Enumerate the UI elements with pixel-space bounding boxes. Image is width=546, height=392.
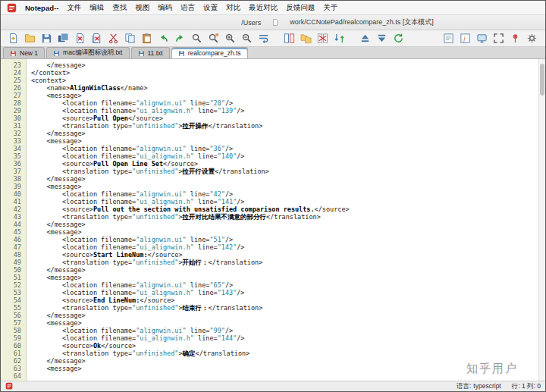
code-line: </message> xyxy=(31,130,545,137)
line-number: 39 xyxy=(1,183,21,190)
scrollbar-thumb[interactable] xyxy=(540,64,544,96)
code-line: <message> xyxy=(31,228,545,236)
clear-compare-button[interactable] xyxy=(315,32,330,45)
vertical-scrollbar[interactable] xyxy=(538,59,545,381)
new-file-button[interactable] xyxy=(5,32,20,45)
app-logo-icon[interactable] xyxy=(7,3,17,13)
open-folder-icon xyxy=(24,33,36,44)
menu-item-about[interactable]: 关于 xyxy=(323,3,337,13)
close-all-button[interactable] xyxy=(89,32,104,45)
cut-button[interactable] xyxy=(105,32,121,45)
undo-button[interactable] xyxy=(155,32,171,45)
redo-button[interactable] xyxy=(172,32,187,45)
paste-button[interactable] xyxy=(139,32,154,45)
next-diff-button[interactable] xyxy=(374,32,389,45)
refresh-icon xyxy=(393,33,404,44)
line-number: 58 xyxy=(1,327,21,334)
line-number: 42 xyxy=(1,205,21,213)
prev-diff-button[interactable] xyxy=(357,32,372,45)
replace-button[interactable] xyxy=(206,32,221,45)
code-line: </message> xyxy=(31,357,545,365)
menu-item-compare[interactable]: 对比 xyxy=(226,3,240,13)
settings-button[interactable] xyxy=(524,32,539,45)
pin-top-button[interactable] xyxy=(507,32,522,45)
line-number: 27 xyxy=(1,92,21,99)
function-list-button[interactable]: f xyxy=(457,32,472,45)
line-number: 48 xyxy=(1,251,21,259)
toolbar-group-3: f xyxy=(441,32,539,45)
code-line xyxy=(31,372,545,380)
pin-top-icon xyxy=(510,33,521,44)
line-number: 54 xyxy=(1,296,21,304)
tab-3[interactable]: realcompare_zh.ts xyxy=(171,47,248,58)
save-button[interactable] xyxy=(39,32,54,45)
code-line: </message> xyxy=(31,266,545,274)
menu-item-recent-compare[interactable]: 最近对比 xyxy=(249,3,278,13)
word-wrap-button[interactable] xyxy=(256,32,271,45)
window-title-bar: /Users work/CCNotePad/realcompare_zh.ts … xyxy=(1,15,545,30)
copy-button[interactable] xyxy=(122,32,137,45)
find-button[interactable] xyxy=(189,32,204,45)
menu-item-feedback[interactable]: 反馈问题 xyxy=(286,3,315,13)
menu-item-language[interactable]: 语言 xyxy=(180,3,195,13)
menu-item-search[interactable]: 查找 xyxy=(112,3,127,13)
menu-item-file[interactable]: 文件 xyxy=(67,3,81,13)
tab-0[interactable]: New 1 xyxy=(3,47,45,58)
copy-icon xyxy=(124,33,136,44)
find-icon xyxy=(191,33,202,44)
monitor-button[interactable] xyxy=(474,32,489,45)
line-number: 23 xyxy=(1,61,21,69)
code-area[interactable]: </message></context><context> <name>Alig… xyxy=(27,59,545,381)
menu-bar: Notepad-- 文件编辑查找视图编码语言设置对比最近对比反馈问题关于 xyxy=(1,1,545,15)
code-line: <message> xyxy=(31,365,545,372)
zoom-out-button[interactable] xyxy=(239,32,254,45)
code-line: <message> xyxy=(31,92,545,99)
menu-item-view[interactable]: 视图 xyxy=(135,3,149,13)
open-folder-button[interactable] xyxy=(22,32,37,45)
tab-2[interactable]: 11.txt xyxy=(131,47,170,58)
line-number: 50 xyxy=(1,266,21,274)
menu-item-settings[interactable]: 设置 xyxy=(203,3,218,13)
toolbar: f xyxy=(1,30,545,47)
code-line: <location filename="ui_alignwin.h" line=… xyxy=(31,107,545,114)
next-diff-icon xyxy=(376,33,388,44)
code-line: <translation type="unfinished">拉开操作</tra… xyxy=(31,122,545,130)
line-number: 28 xyxy=(1,99,21,107)
code-line: <translation type="unfinished">确定</trans… xyxy=(31,350,545,357)
line-number-gutter[interactable]: 2324252627282930313233343536373839404142… xyxy=(1,59,27,381)
zoom-in-button[interactable] xyxy=(222,32,237,45)
tab-1[interactable]: mac编译图标说明.txt xyxy=(46,47,129,58)
close-file-button[interactable] xyxy=(72,32,87,45)
line-number: 62 xyxy=(1,357,21,365)
zoom-in-icon xyxy=(224,33,236,44)
code-line: <message> xyxy=(31,319,545,327)
save-all-button[interactable] xyxy=(55,32,71,45)
fullscreen-icon xyxy=(493,33,504,44)
line-number: 43 xyxy=(1,213,21,221)
notepad-window: Notepad-- 文件编辑查找视图编码语言设置对比最近对比反馈问题关于 /Us… xyxy=(0,0,546,392)
line-number: 44 xyxy=(1,221,21,228)
dir-compare-button[interactable] xyxy=(298,32,313,45)
tab-label: mac编译图标说明.txt xyxy=(63,49,122,58)
line-number: 61 xyxy=(1,350,21,357)
code-line: <translation type="unfinished">开始行：</tra… xyxy=(31,259,545,266)
new-file-icon xyxy=(8,33,19,44)
fullscreen-button[interactable] xyxy=(491,32,506,45)
code-line: </message> xyxy=(31,61,545,69)
settings-icon xyxy=(526,33,538,44)
file-compare-button[interactable] xyxy=(281,32,297,45)
code-line: <location filename="alignwin.ui" line="9… xyxy=(31,327,545,334)
code-line: <message> xyxy=(31,183,545,190)
clear-compare-icon xyxy=(317,33,328,44)
line-number: 49 xyxy=(1,259,21,266)
cut-icon xyxy=(108,33,119,44)
app-name-menu[interactable]: Notepad-- xyxy=(25,4,58,12)
refresh-button[interactable] xyxy=(391,32,406,45)
line-number: 64 xyxy=(1,372,21,380)
dir-compare-icon xyxy=(300,33,312,44)
sync-scroll-button[interactable] xyxy=(331,32,347,45)
menu-item-edit[interactable]: 编辑 xyxy=(89,3,104,13)
document-map-button[interactable] xyxy=(441,32,456,45)
status-cursor-position: 行: 1 列: 0 xyxy=(512,382,541,391)
menu-item-encoding[interactable]: 编码 xyxy=(158,3,172,13)
